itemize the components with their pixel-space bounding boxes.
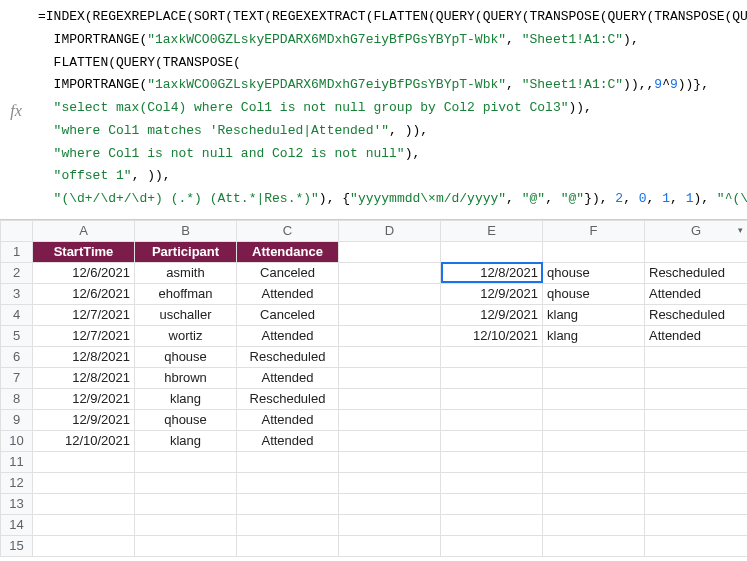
col-header-f[interactable]: F xyxy=(543,220,645,241)
cell[interactable]: wortiz xyxy=(135,325,237,346)
cell[interactable] xyxy=(441,346,543,367)
cell[interactable]: Attended xyxy=(237,325,339,346)
cell[interactable] xyxy=(339,241,441,262)
cell[interactable] xyxy=(543,241,645,262)
row-header[interactable]: 13 xyxy=(1,493,33,514)
cell[interactable]: Canceled xyxy=(237,304,339,325)
cell[interactable]: qhouse xyxy=(135,409,237,430)
cell[interactable] xyxy=(237,451,339,472)
cell[interactable] xyxy=(237,493,339,514)
selected-cell[interactable]: 12/8/2021 xyxy=(441,262,543,283)
cell[interactable]: 12/6/2021 xyxy=(33,283,135,304)
row-header[interactable]: 12 xyxy=(1,472,33,493)
cell[interactable] xyxy=(135,472,237,493)
row-header[interactable]: 4 xyxy=(1,304,33,325)
cell[interactable]: Attended xyxy=(237,283,339,304)
cell[interactable] xyxy=(645,409,748,430)
cell[interactable]: Attended xyxy=(237,430,339,451)
col-header-g[interactable]: G▾ xyxy=(645,220,748,241)
cell[interactable] xyxy=(135,451,237,472)
cell[interactable]: ehoffman xyxy=(135,283,237,304)
cell[interactable] xyxy=(441,514,543,535)
row-header[interactable]: 11 xyxy=(1,451,33,472)
row-header[interactable]: 5 xyxy=(1,325,33,346)
cell[interactable]: Attended xyxy=(645,283,748,304)
corner-cell[interactable] xyxy=(1,220,33,241)
cell[interactable]: klang xyxy=(135,430,237,451)
cell[interactable] xyxy=(441,409,543,430)
cell[interactable]: Rescheduled xyxy=(237,388,339,409)
cell[interactable] xyxy=(237,535,339,556)
cell[interactable] xyxy=(645,493,748,514)
cell[interactable]: 12/9/2021 xyxy=(441,283,543,304)
cell[interactable] xyxy=(339,325,441,346)
cell[interactable] xyxy=(339,409,441,430)
cell[interactable]: 12/6/2021 xyxy=(33,262,135,283)
row-header[interactable]: 8 xyxy=(1,388,33,409)
cell[interactable] xyxy=(339,262,441,283)
row-header[interactable]: 10 xyxy=(1,430,33,451)
cell[interactable]: Attended xyxy=(645,325,748,346)
cell[interactable] xyxy=(33,535,135,556)
col-header-d[interactable]: D xyxy=(339,220,441,241)
cell[interactable]: Attended xyxy=(237,367,339,388)
cell[interactable]: 12/9/2021 xyxy=(441,304,543,325)
row-header[interactable]: 3 xyxy=(1,283,33,304)
cell[interactable] xyxy=(645,241,748,262)
cell[interactable] xyxy=(543,535,645,556)
cell[interactable]: klang xyxy=(543,325,645,346)
cell[interactable]: qhouse xyxy=(543,262,645,283)
cell[interactable]: 12/8/2021 xyxy=(33,346,135,367)
cell[interactable] xyxy=(339,493,441,514)
cell[interactable] xyxy=(543,451,645,472)
cell[interactable] xyxy=(441,367,543,388)
cell[interactable]: 12/10/2021 xyxy=(33,430,135,451)
cell[interactable] xyxy=(441,241,543,262)
row-header[interactable]: 9 xyxy=(1,409,33,430)
cell[interactable]: asmith xyxy=(135,262,237,283)
cell[interactable] xyxy=(543,409,645,430)
table-header-attendance[interactable]: Attendance xyxy=(237,241,339,262)
cell[interactable]: qhouse xyxy=(135,346,237,367)
cell[interactable] xyxy=(645,472,748,493)
cell[interactable] xyxy=(543,514,645,535)
cell[interactable] xyxy=(645,346,748,367)
cell[interactable] xyxy=(645,451,748,472)
cell[interactable] xyxy=(33,472,135,493)
cell[interactable]: Rescheduled xyxy=(645,262,748,283)
cell[interactable] xyxy=(339,304,441,325)
cell[interactable]: qhouse xyxy=(543,283,645,304)
cell[interactable] xyxy=(339,514,441,535)
cell[interactable] xyxy=(645,535,748,556)
chevron-down-icon[interactable]: ▾ xyxy=(738,225,743,235)
cell[interactable] xyxy=(339,367,441,388)
cell[interactable] xyxy=(339,388,441,409)
cell[interactable] xyxy=(441,451,543,472)
cell[interactable] xyxy=(33,514,135,535)
row-header[interactable]: 14 xyxy=(1,514,33,535)
cell[interactable]: 12/9/2021 xyxy=(33,388,135,409)
cell[interactable] xyxy=(339,283,441,304)
cell[interactable] xyxy=(339,451,441,472)
cell[interactable] xyxy=(339,430,441,451)
table-header-starttime[interactable]: StartTime xyxy=(33,241,135,262)
cell[interactable] xyxy=(441,535,543,556)
cell[interactable] xyxy=(135,514,237,535)
cell[interactable] xyxy=(543,367,645,388)
col-header-c[interactable]: C xyxy=(237,220,339,241)
cell[interactable]: klang xyxy=(135,388,237,409)
cell[interactable]: 12/7/2021 xyxy=(33,304,135,325)
cell[interactable]: 12/10/2021 xyxy=(441,325,543,346)
cell[interactable] xyxy=(135,535,237,556)
cell[interactable]: uschaller xyxy=(135,304,237,325)
row-header[interactable]: 15 xyxy=(1,535,33,556)
cell[interactable] xyxy=(543,430,645,451)
cell[interactable]: Rescheduled xyxy=(237,346,339,367)
cell[interactable] xyxy=(645,430,748,451)
row-header[interactable]: 2 xyxy=(1,262,33,283)
col-header-a[interactable]: A xyxy=(33,220,135,241)
col-header-e[interactable]: E xyxy=(441,220,543,241)
cell[interactable] xyxy=(543,493,645,514)
cell[interactable] xyxy=(339,535,441,556)
col-header-b[interactable]: B xyxy=(135,220,237,241)
